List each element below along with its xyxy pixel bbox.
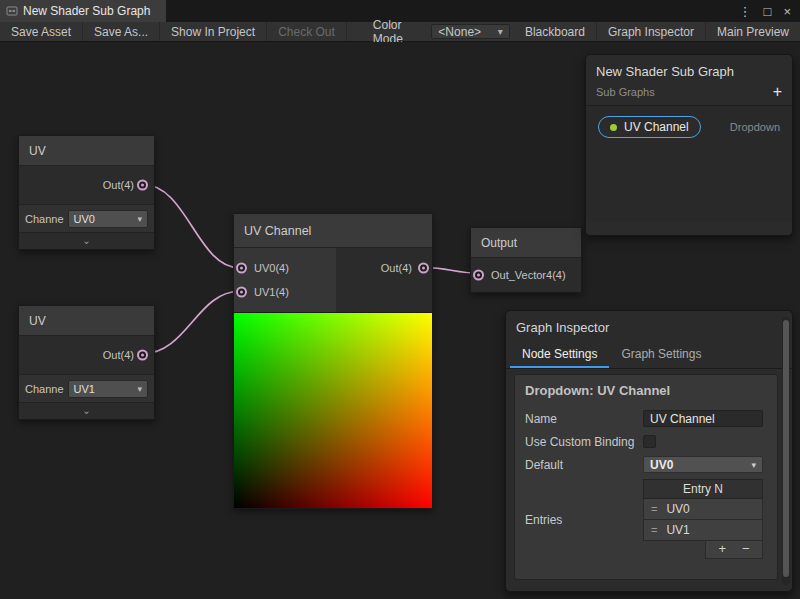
channel-label: Channe xyxy=(25,213,64,225)
color-mode-label: Color Mode xyxy=(347,22,428,41)
node-title: UV xyxy=(19,136,154,166)
node-uv-top[interactable]: UV Out(4) Channe UV0 ▾ ⌄ xyxy=(18,135,155,250)
inspector-title: Graph Inspector xyxy=(506,311,792,342)
default-dropdown[interactable]: UV0 ▾ xyxy=(643,456,763,473)
scrollbar-thumb[interactable] xyxy=(783,320,789,577)
port-label: Out(4) xyxy=(381,262,412,274)
default-label: Default xyxy=(525,456,643,473)
node-title: UV Channel xyxy=(234,214,432,248)
channel-label: Channe xyxy=(25,383,64,395)
close-icon[interactable]: × xyxy=(783,4,791,19)
maximize-icon[interactable]: □ xyxy=(764,4,772,19)
tab-title: New Shader Sub Graph xyxy=(23,4,150,18)
graph-canvas[interactable]: UV Out(4) Channe UV0 ▾ ⌄ UV Out(4) Chann… xyxy=(0,42,800,599)
blackboard-item-label: UV Channel xyxy=(624,120,689,134)
node-uv-bottom[interactable]: UV Out(4) Channe UV1 ▾ ⌄ xyxy=(18,305,155,420)
collapse-chevron-icon[interactable]: ⌄ xyxy=(19,402,154,419)
port-label: UV1(4) xyxy=(254,286,289,298)
tab-node-settings[interactable]: Node Settings xyxy=(510,342,609,368)
channel-value: UV0 xyxy=(74,213,95,225)
edge-uvbottom-to-uv1[interactable] xyxy=(144,292,239,354)
entry-label: UV0 xyxy=(666,502,689,516)
output-port[interactable] xyxy=(418,263,429,274)
chevron-down-icon: ▾ xyxy=(751,460,756,470)
port-label: UV0(4) xyxy=(254,262,289,274)
add-property-icon[interactable]: + xyxy=(773,86,782,98)
tab-graph-settings[interactable]: Graph Settings xyxy=(609,342,713,368)
port-label: Out(4) xyxy=(103,179,134,191)
port-label: Out(4) xyxy=(103,349,134,361)
node-title: Output xyxy=(471,228,581,258)
save-asset-button[interactable]: Save Asset xyxy=(0,22,83,41)
blackboard-subtitle: Sub Graphs xyxy=(596,86,655,98)
blackboard-title: New Shader Sub Graph xyxy=(596,64,782,79)
drag-handle-icon[interactable]: = xyxy=(651,524,657,536)
node-title: UV xyxy=(19,306,154,336)
channel-value: UV1 xyxy=(74,383,95,395)
output-port[interactable] xyxy=(137,350,148,361)
check-out-button: Check Out xyxy=(267,22,347,41)
collapse-chevron-icon[interactable]: ⌄ xyxy=(19,232,154,249)
default-value: UV0 xyxy=(650,458,673,472)
entry-row-uv0[interactable]: = UV0 xyxy=(643,499,763,520)
use-custom-binding-checkbox[interactable] xyxy=(643,435,656,448)
kebab-menu-icon[interactable]: ⋮ xyxy=(739,4,752,19)
drag-handle-icon[interactable]: = xyxy=(651,503,657,515)
color-mode-value: <None> xyxy=(438,25,481,39)
toolbar: Save Asset Save As... Show In Project Ch… xyxy=(0,22,800,42)
name-input[interactable]: UV Channel xyxy=(643,410,763,427)
edge-uvtop-to-uv0[interactable] xyxy=(144,185,239,268)
exposed-dot-icon xyxy=(610,124,617,131)
inspector-scrollbar[interactable] xyxy=(782,317,790,585)
use-custom-binding-label: Use Custom Binding xyxy=(525,433,643,450)
graph-inspector-toggle-button[interactable]: Graph Inspector xyxy=(597,22,706,41)
port-label: Out_Vector4(4) xyxy=(491,269,566,281)
input-port[interactable] xyxy=(473,270,484,281)
remove-entry-button[interactable]: − xyxy=(742,541,750,556)
name-value: UV Channel xyxy=(650,412,715,426)
chevron-down-icon: ▾ xyxy=(137,214,142,224)
sub-graph-icon xyxy=(6,5,18,17)
output-port[interactable] xyxy=(137,180,148,191)
blackboard-item-uv-channel[interactable]: UV Channel xyxy=(598,116,701,138)
chevron-down-icon: ▾ xyxy=(498,26,503,37)
input-port[interactable] xyxy=(236,287,247,298)
main-preview-toggle-button[interactable]: Main Preview xyxy=(706,22,800,41)
node-output[interactable]: Output Out_Vector4(4) xyxy=(470,227,582,293)
section-title: Dropdown: UV Channel xyxy=(515,375,777,407)
show-in-project-button[interactable]: Show In Project xyxy=(160,22,267,41)
name-label: Name xyxy=(525,410,643,427)
tab-new-shader-sub-graph[interactable]: New Shader Sub Graph xyxy=(0,0,166,22)
channel-dropdown[interactable]: UV0 ▾ xyxy=(68,210,148,228)
entry-row-uv1[interactable]: = UV1 xyxy=(643,520,763,541)
blackboard-panel: New Shader Sub Graph Sub Graphs + UV Cha… xyxy=(585,54,793,236)
add-entry-button[interactable]: + xyxy=(718,541,726,556)
entries-list-header: Entry N xyxy=(643,479,763,499)
inspector-content: Dropdown: UV Channel Name UV Channel Use… xyxy=(514,374,778,580)
entries-label: Entries xyxy=(525,511,643,528)
entry-label: UV1 xyxy=(666,523,689,537)
blackboard-item-type: Dropdown xyxy=(730,121,780,133)
save-as-button[interactable]: Save As... xyxy=(83,22,160,41)
channel-dropdown[interactable]: UV1 ▾ xyxy=(68,380,148,398)
chevron-down-icon: ▾ xyxy=(137,384,142,394)
uv-preview xyxy=(234,312,432,508)
node-uv-channel[interactable]: UV Channel UV0(4) UV1(4) Out(4) xyxy=(233,213,433,509)
blackboard-item-row: UV Channel Dropdown xyxy=(598,116,780,138)
input-port[interactable] xyxy=(236,263,247,274)
blackboard-toggle-button[interactable]: Blackboard xyxy=(514,22,597,41)
graph-inspector-panel: Graph Inspector Node Settings Graph Sett… xyxy=(505,310,793,592)
color-mode-dropdown[interactable]: <None> ▾ xyxy=(431,24,510,39)
